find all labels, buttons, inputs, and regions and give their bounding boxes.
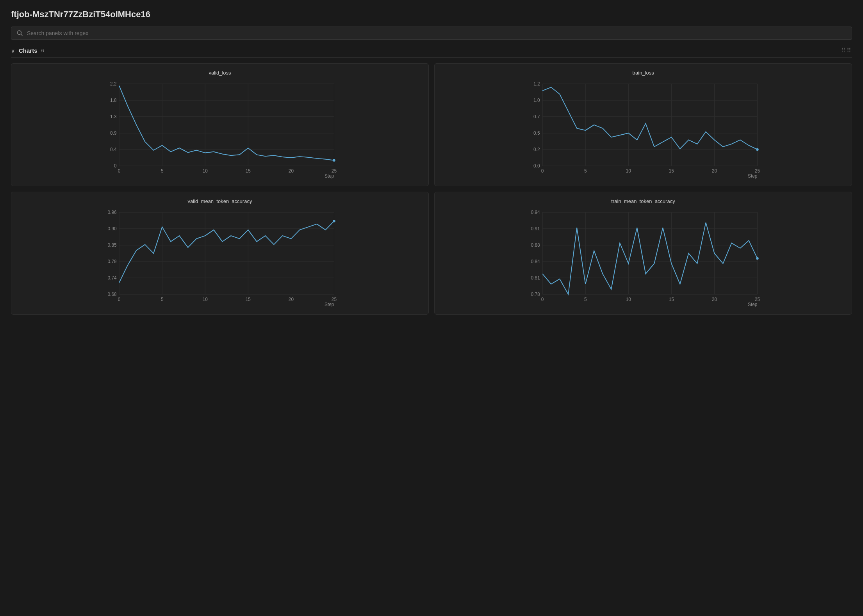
svg-text:Step: Step	[325, 173, 334, 179]
svg-text:1.2: 1.2	[533, 81, 540, 87]
svg-text:0.0: 0.0	[533, 163, 540, 169]
svg-text:0.91: 0.91	[531, 226, 540, 231]
svg-text:Step: Step	[748, 173, 758, 179]
section-title: Charts	[19, 47, 37, 54]
svg-text:25: 25	[755, 297, 760, 302]
chart-svg-valid_mean_token_accuracy: 0.680.740.790.850.900.960510152025Step	[17, 208, 423, 310]
svg-text:0.96: 0.96	[107, 210, 117, 215]
svg-text:0.79: 0.79	[107, 259, 117, 264]
svg-text:10: 10	[203, 168, 208, 174]
svg-text:1.3: 1.3	[110, 114, 117, 119]
chevron-icon[interactable]: ∨	[11, 48, 15, 54]
chart-title-train_mean_token_accuracy: train_mean_token_accuracy	[440, 198, 846, 204]
svg-text:0.85: 0.85	[107, 242, 117, 248]
svg-text:0: 0	[118, 297, 121, 302]
svg-text:0: 0	[118, 168, 121, 174]
chart-svg-train_loss: 0.00.20.50.71.01.20510152025Step	[440, 80, 846, 181]
svg-text:25: 25	[332, 168, 337, 174]
svg-text:10: 10	[203, 297, 208, 302]
svg-text:0.9: 0.9	[110, 130, 117, 136]
svg-text:10: 10	[626, 168, 631, 174]
chart-card-train_loss: train_loss0.00.20.50.71.01.20510152025St…	[434, 63, 852, 186]
search-input[interactable]	[27, 30, 846, 36]
svg-text:1.0: 1.0	[533, 98, 540, 103]
svg-text:20: 20	[289, 168, 294, 174]
search-icon	[17, 30, 23, 36]
svg-text:Step: Step	[325, 302, 334, 307]
svg-text:15: 15	[246, 168, 251, 174]
svg-text:0.68: 0.68	[107, 292, 117, 297]
svg-text:5: 5	[584, 168, 587, 174]
section-count: 6	[41, 48, 44, 53]
svg-text:0.7: 0.7	[533, 114, 540, 119]
svg-point-79	[333, 220, 335, 223]
svg-text:Step: Step	[748, 302, 758, 307]
svg-text:25: 25	[332, 297, 337, 302]
svg-text:0.2: 0.2	[533, 147, 540, 152]
search-bar[interactable]	[11, 27, 852, 40]
section-header: ∨ Charts 6 ⠿⠿	[11, 47, 852, 58]
svg-text:0: 0	[541, 297, 544, 302]
svg-text:0.90: 0.90	[107, 226, 117, 231]
svg-text:0.5: 0.5	[533, 130, 540, 136]
svg-text:0.4: 0.4	[110, 147, 117, 152]
svg-text:0.81: 0.81	[531, 275, 540, 281]
svg-text:15: 15	[669, 297, 674, 302]
chart-card-valid_mean_token_accuracy: valid_mean_token_accuracy0.680.740.790.8…	[11, 192, 429, 315]
svg-text:5: 5	[161, 297, 164, 302]
page-title: ftjob-MszTNr77ZzBziT54oIMHce16	[11, 9, 852, 20]
drag-handle-icon: ⠿⠿	[841, 47, 852, 54]
svg-text:15: 15	[669, 168, 674, 174]
chart-svg-valid_loss: 00.40.91.31.82.20510152025Step	[17, 80, 423, 181]
svg-text:5: 5	[161, 168, 164, 174]
svg-point-105	[756, 257, 759, 260]
svg-text:0.74: 0.74	[107, 275, 117, 281]
svg-point-53	[756, 148, 759, 151]
chart-title-valid_mean_token_accuracy: valid_mean_token_accuracy	[17, 198, 423, 204]
svg-point-27	[333, 159, 335, 162]
svg-text:0.94: 0.94	[531, 210, 540, 215]
svg-text:20: 20	[289, 297, 294, 302]
chart-card-valid_loss: valid_loss00.40.91.31.82.20510152025Step	[11, 63, 429, 186]
chart-title-valid_loss: valid_loss	[17, 70, 423, 76]
svg-text:15: 15	[246, 297, 251, 302]
chart-card-train_mean_token_accuracy: train_mean_token_accuracy0.780.810.840.8…	[434, 192, 852, 315]
svg-text:2.2: 2.2	[110, 81, 117, 87]
svg-text:20: 20	[712, 168, 717, 174]
chart-title-train_loss: train_loss	[440, 70, 846, 76]
svg-text:5: 5	[584, 297, 587, 302]
svg-text:0: 0	[114, 163, 117, 169]
svg-text:10: 10	[626, 297, 631, 302]
charts-grid: valid_loss00.40.91.31.82.20510152025Step…	[11, 63, 852, 315]
svg-text:0.84: 0.84	[531, 259, 540, 264]
svg-text:25: 25	[755, 168, 760, 174]
svg-text:0.88: 0.88	[531, 242, 540, 248]
svg-text:1.8: 1.8	[110, 98, 117, 103]
svg-text:0: 0	[541, 168, 544, 174]
chart-svg-train_mean_token_accuracy: 0.780.810.840.880.910.940510152025Step	[440, 208, 846, 310]
svg-text:20: 20	[712, 297, 717, 302]
svg-text:0.78: 0.78	[531, 292, 540, 297]
svg-line-1	[21, 34, 23, 36]
